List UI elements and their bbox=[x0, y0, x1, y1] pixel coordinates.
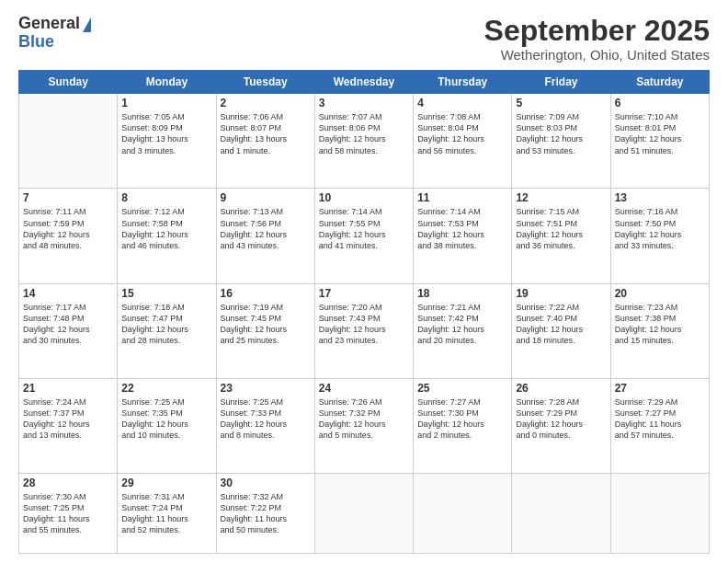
weekday-header-sunday: Sunday bbox=[19, 71, 118, 94]
calendar-table: SundayMondayTuesdayWednesdayThursdayFrid… bbox=[18, 70, 710, 554]
cell-info: Sunrise: 7:21 AMSunset: 7:42 PMDaylight:… bbox=[417, 302, 507, 347]
weekday-header-row: SundayMondayTuesdayWednesdayThursdayFrid… bbox=[19, 71, 710, 94]
day-number: 2 bbox=[221, 97, 311, 109]
cell-info: Sunrise: 7:11 AMSunset: 7:59 PMDaylight:… bbox=[23, 206, 113, 251]
day-number: 7 bbox=[23, 191, 113, 204]
calendar-cell bbox=[512, 474, 610, 554]
calendar-cell: 9Sunrise: 7:13 AMSunset: 7:56 PMDaylight… bbox=[216, 189, 314, 283]
calendar-cell: 23Sunrise: 7:25 AMSunset: 7:33 PMDayligh… bbox=[216, 378, 314, 473]
day-number: 21 bbox=[23, 382, 113, 395]
day-number: 16 bbox=[221, 287, 311, 300]
cell-info: Sunrise: 7:17 AMSunset: 7:48 PMDaylight:… bbox=[23, 302, 113, 347]
day-number: 23 bbox=[221, 382, 311, 395]
day-number: 19 bbox=[516, 287, 606, 300]
calendar-week-row: 7Sunrise: 7:11 AMSunset: 7:59 PMDaylight… bbox=[19, 189, 710, 283]
calendar-cell bbox=[314, 474, 413, 554]
day-number: 9 bbox=[221, 191, 311, 204]
day-number: 1 bbox=[121, 97, 211, 109]
day-number: 3 bbox=[319, 97, 409, 109]
calendar-cell bbox=[414, 474, 512, 554]
day-number: 28 bbox=[23, 477, 113, 489]
weekday-header-monday: Monday bbox=[118, 71, 216, 94]
calendar-cell: 8Sunrise: 7:12 AMSunset: 7:58 PMDaylight… bbox=[118, 189, 216, 283]
calendar-cell: 27Sunrise: 7:29 AMSunset: 7:27 PMDayligh… bbox=[610, 378, 709, 473]
day-number: 11 bbox=[417, 191, 507, 204]
calendar-cell: 26Sunrise: 7:28 AMSunset: 7:29 PMDayligh… bbox=[512, 378, 610, 473]
location-title: Wetherington, Ohio, United States bbox=[484, 47, 710, 63]
month-title: September 2025 bbox=[484, 15, 710, 47]
calendar-week-row: 1Sunrise: 7:05 AMSunset: 8:09 PMDaylight… bbox=[19, 94, 710, 189]
weekday-header-thursday: Thursday bbox=[414, 71, 512, 94]
calendar-cell: 14Sunrise: 7:17 AMSunset: 7:48 PMDayligh… bbox=[19, 283, 118, 378]
logo-triangle-icon bbox=[83, 17, 91, 32]
calendar-cell bbox=[610, 474, 709, 554]
logo-blue-text: Blue bbox=[18, 33, 54, 52]
header-area: General Blue September 2025 Wetherington… bbox=[18, 15, 710, 63]
cell-info: Sunrise: 7:12 AMSunset: 7:58 PMDaylight:… bbox=[121, 206, 211, 251]
cell-info: Sunrise: 7:09 AMSunset: 8:03 PMDaylight:… bbox=[516, 111, 606, 156]
day-number: 6 bbox=[615, 97, 705, 109]
calendar-cell: 4Sunrise: 7:08 AMSunset: 8:04 PMDaylight… bbox=[414, 94, 512, 189]
cell-info: Sunrise: 7:25 AMSunset: 7:33 PMDaylight:… bbox=[221, 396, 311, 442]
cell-info: Sunrise: 7:15 AMSunset: 7:51 PMDaylight:… bbox=[516, 206, 606, 251]
cell-info: Sunrise: 7:05 AMSunset: 8:09 PMDaylight:… bbox=[121, 111, 211, 156]
cell-info: Sunrise: 7:25 AMSunset: 7:35 PMDaylight:… bbox=[121, 396, 211, 442]
day-number: 18 bbox=[417, 287, 507, 300]
calendar-cell: 13Sunrise: 7:16 AMSunset: 7:50 PMDayligh… bbox=[610, 189, 709, 283]
cell-info: Sunrise: 7:06 AMSunset: 8:07 PMDaylight:… bbox=[221, 111, 311, 156]
day-number: 17 bbox=[319, 287, 409, 300]
calendar-cell: 15Sunrise: 7:18 AMSunset: 7:47 PMDayligh… bbox=[118, 283, 216, 378]
calendar-week-row: 28Sunrise: 7:30 AMSunset: 7:25 PMDayligh… bbox=[19, 474, 710, 554]
calendar-cell: 28Sunrise: 7:30 AMSunset: 7:25 PMDayligh… bbox=[19, 474, 118, 554]
calendar-cell: 24Sunrise: 7:26 AMSunset: 7:32 PMDayligh… bbox=[314, 378, 413, 473]
day-number: 5 bbox=[516, 97, 606, 109]
day-number: 14 bbox=[23, 287, 113, 300]
cell-info: Sunrise: 7:13 AMSunset: 7:56 PMDaylight:… bbox=[221, 206, 311, 251]
calendar-cell: 20Sunrise: 7:23 AMSunset: 7:38 PMDayligh… bbox=[610, 283, 709, 378]
calendar-cell: 21Sunrise: 7:24 AMSunset: 7:37 PMDayligh… bbox=[19, 378, 118, 473]
cell-info: Sunrise: 7:16 AMSunset: 7:50 PMDaylight:… bbox=[615, 206, 705, 251]
day-number: 24 bbox=[319, 382, 409, 395]
calendar-cell: 11Sunrise: 7:14 AMSunset: 7:53 PMDayligh… bbox=[414, 189, 512, 283]
calendar-cell: 18Sunrise: 7:21 AMSunset: 7:42 PMDayligh… bbox=[414, 283, 512, 378]
day-number: 27 bbox=[615, 382, 705, 395]
day-number: 25 bbox=[417, 382, 507, 395]
day-number: 12 bbox=[516, 191, 606, 204]
cell-info: Sunrise: 7:19 AMSunset: 7:45 PMDaylight:… bbox=[221, 302, 311, 347]
day-number: 26 bbox=[516, 382, 606, 395]
calendar-cell: 30Sunrise: 7:32 AMSunset: 7:22 PMDayligh… bbox=[216, 474, 314, 554]
title-area: September 2025 Wetherington, Ohio, Unite… bbox=[484, 15, 710, 63]
weekday-header-saturday: Saturday bbox=[610, 71, 709, 94]
cell-info: Sunrise: 7:32 AMSunset: 7:22 PMDaylight:… bbox=[221, 491, 311, 536]
cell-info: Sunrise: 7:27 AMSunset: 7:30 PMDaylight:… bbox=[417, 396, 507, 442]
day-number: 20 bbox=[615, 287, 705, 300]
calendar-cell: 7Sunrise: 7:11 AMSunset: 7:59 PMDaylight… bbox=[19, 189, 118, 283]
calendar-cell: 3Sunrise: 7:07 AMSunset: 8:06 PMDaylight… bbox=[314, 94, 413, 189]
calendar-cell: 1Sunrise: 7:05 AMSunset: 8:09 PMDaylight… bbox=[118, 94, 216, 189]
cell-info: Sunrise: 7:31 AMSunset: 7:24 PMDaylight:… bbox=[121, 491, 211, 536]
cell-info: Sunrise: 7:08 AMSunset: 8:04 PMDaylight:… bbox=[417, 111, 507, 156]
weekday-header-friday: Friday bbox=[512, 71, 610, 94]
cell-info: Sunrise: 7:18 AMSunset: 7:47 PMDaylight:… bbox=[121, 302, 211, 347]
day-number: 22 bbox=[121, 382, 211, 395]
cell-info: Sunrise: 7:29 AMSunset: 7:27 PMDaylight:… bbox=[615, 396, 705, 442]
cell-info: Sunrise: 7:14 AMSunset: 7:53 PMDaylight:… bbox=[417, 206, 507, 251]
day-number: 4 bbox=[417, 97, 507, 109]
cell-info: Sunrise: 7:23 AMSunset: 7:38 PMDaylight:… bbox=[615, 302, 705, 347]
day-number: 10 bbox=[319, 191, 409, 204]
calendar-cell: 12Sunrise: 7:15 AMSunset: 7:51 PMDayligh… bbox=[512, 189, 610, 283]
cell-info: Sunrise: 7:20 AMSunset: 7:43 PMDaylight:… bbox=[319, 302, 409, 347]
day-number: 8 bbox=[121, 191, 211, 204]
calendar-cell: 17Sunrise: 7:20 AMSunset: 7:43 PMDayligh… bbox=[314, 283, 413, 378]
logo: General Blue bbox=[18, 15, 91, 52]
cell-info: Sunrise: 7:26 AMSunset: 7:32 PMDaylight:… bbox=[319, 396, 409, 442]
calendar-cell: 25Sunrise: 7:27 AMSunset: 7:30 PMDayligh… bbox=[414, 378, 512, 473]
page: General Blue September 2025 Wetherington… bbox=[0, 0, 728, 563]
weekday-header-tuesday: Tuesday bbox=[216, 71, 314, 94]
calendar-cell bbox=[19, 94, 118, 189]
cell-info: Sunrise: 7:24 AMSunset: 7:37 PMDaylight:… bbox=[23, 396, 113, 442]
calendar-cell: 5Sunrise: 7:09 AMSunset: 8:03 PMDaylight… bbox=[512, 94, 610, 189]
cell-info: Sunrise: 7:14 AMSunset: 7:55 PMDaylight:… bbox=[319, 206, 409, 251]
cell-info: Sunrise: 7:22 AMSunset: 7:40 PMDaylight:… bbox=[516, 302, 606, 347]
calendar-week-row: 21Sunrise: 7:24 AMSunset: 7:37 PMDayligh… bbox=[19, 378, 710, 473]
